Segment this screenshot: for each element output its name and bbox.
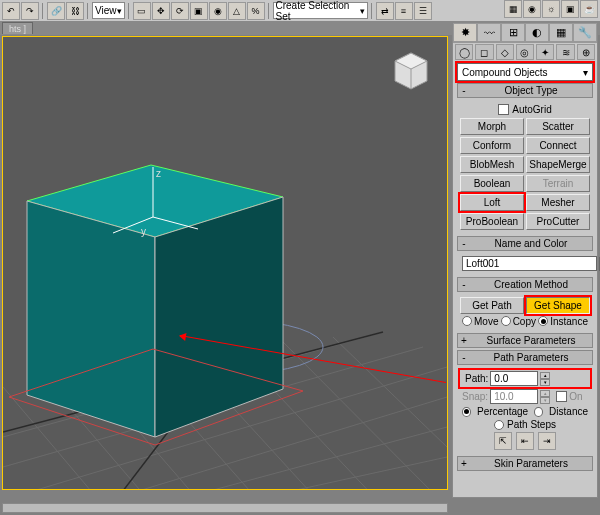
blobmesh-button[interactable]: BlobMesh	[460, 156, 524, 173]
time-slider[interactable]	[2, 503, 448, 513]
create-tab[interactable]: ✸	[453, 23, 477, 42]
mirror-button[interactable]: ⇄	[376, 2, 394, 20]
shapemerge-button[interactable]: ShapeMerge	[526, 156, 590, 173]
path-label: Path:	[465, 373, 488, 384]
create-subtabs: ◯ ◻ ◇ ◎ ✦ ≋ ⊕	[453, 43, 597, 61]
cameras-subtab[interactable]: ◎	[516, 44, 534, 60]
viewport-tab[interactable]: hts ]	[2, 22, 33, 34]
svg-line-12	[113, 427, 447, 489]
skin-params-rollout[interactable]: +Skin Parameters	[457, 456, 593, 471]
distance-radio[interactable]	[534, 407, 543, 417]
object-type-rollout[interactable]: -Object Type	[457, 83, 593, 98]
next-path-button[interactable]: ⇥	[538, 432, 556, 450]
mesher-button[interactable]: Mesher	[526, 194, 590, 211]
boolean-button[interactable]: Boolean	[460, 175, 524, 192]
display-tab[interactable]: ▦	[549, 23, 573, 42]
proboolean-button[interactable]: ProBoolean	[460, 213, 524, 230]
motion-tab[interactable]: ◐	[525, 23, 549, 42]
get-shape-button[interactable]: Get Shape	[526, 297, 590, 314]
perspective-viewport[interactable]: y z	[2, 36, 448, 490]
move-button[interactable]: ✥	[152, 2, 170, 20]
morph-button[interactable]: Morph	[460, 118, 524, 135]
align-button[interactable]: ≡	[395, 2, 413, 20]
shapes-subtab[interactable]: ◻	[475, 44, 493, 60]
procutter-button[interactable]: ProCutter	[526, 213, 590, 230]
svg-text:z: z	[156, 168, 161, 179]
svg-line-13	[173, 457, 447, 489]
chevron-down-icon: ▾	[583, 67, 588, 78]
copy-radio[interactable]	[501, 316, 511, 326]
systems-subtab[interactable]: ⊕	[577, 44, 595, 60]
svg-marker-19	[155, 197, 283, 437]
lights-subtab[interactable]: ◇	[496, 44, 514, 60]
path-params-rollout[interactable]: -Path Parameters	[457, 350, 593, 365]
snap-label: Snap:	[462, 391, 488, 402]
snap-input[interactable]	[490, 389, 538, 404]
select-button[interactable]: ▭	[133, 2, 151, 20]
loft-button[interactable]: Loft	[460, 194, 524, 211]
render-button[interactable]: ☕	[580, 0, 598, 18]
scale-button[interactable]: ▣	[190, 2, 208, 20]
conform-button[interactable]: Conform	[460, 137, 524, 154]
layers-button[interactable]: ☰	[414, 2, 432, 20]
modify-tab[interactable]: 〰	[477, 23, 501, 42]
prev-path-button[interactable]: ⇤	[516, 432, 534, 450]
pick-path-button[interactable]: ⇱	[494, 432, 512, 450]
selection-set-dropdown[interactable]: Create Selection Set ▾	[273, 2, 368, 19]
utilities-tab[interactable]: 🔧	[573, 23, 597, 42]
undo-button[interactable]: ↶	[2, 2, 20, 20]
snap-spinner[interactable]: ▴▾	[540, 390, 550, 404]
schematic-button[interactable]: ▦	[504, 0, 522, 18]
pathsteps-radio[interactable]	[494, 420, 504, 430]
geometry-subtab[interactable]: ◯	[455, 44, 473, 60]
unlink-button[interactable]: ⛓	[66, 2, 84, 20]
angle-snap-button[interactable]: △	[228, 2, 246, 20]
percent-snap-button[interactable]: %	[247, 2, 265, 20]
hierarchy-tab[interactable]: ⊞	[501, 23, 525, 42]
name-color-rollout[interactable]: -Name and Color	[457, 236, 593, 251]
object-name-input[interactable]	[462, 256, 597, 271]
creation-method-rollout[interactable]: -Creation Method	[457, 277, 593, 292]
rotate-button[interactable]: ⟳	[171, 2, 189, 20]
autogrid-checkbox[interactable]	[498, 104, 509, 115]
surface-params-rollout[interactable]: +Surface Parameters	[457, 333, 593, 348]
right-toolbar: ▦ ◉ ☼ ▣ ☕	[504, 0, 598, 18]
path-spinner[interactable]: ▴▾	[540, 372, 550, 386]
percentage-radio[interactable]	[462, 407, 471, 417]
redo-button[interactable]: ↷	[21, 2, 39, 20]
helpers-subtab[interactable]: ✦	[536, 44, 554, 60]
command-tabs: ✸ 〰 ⊞ ◐ ▦ 🔧	[453, 23, 597, 43]
move-radio[interactable]	[462, 316, 472, 326]
spacewarps-subtab[interactable]: ≋	[556, 44, 574, 60]
viewcube[interactable]	[387, 47, 435, 95]
connect-button[interactable]: Connect	[526, 137, 590, 154]
path-input[interactable]	[490, 371, 538, 386]
link-button[interactable]: 🔗	[47, 2, 65, 20]
reference-dropdown[interactable]: View ▾	[92, 2, 125, 19]
render-frame-button[interactable]: ▣	[561, 0, 579, 18]
scatter-button[interactable]: Scatter	[526, 118, 590, 135]
render-setup-button[interactable]: ☼	[542, 0, 560, 18]
snap-on-checkbox[interactable]	[556, 391, 567, 402]
svg-text:y: y	[141, 226, 146, 237]
viewport-content: y z	[3, 37, 447, 489]
svg-line-7	[333, 337, 447, 447]
svg-marker-18	[27, 201, 155, 437]
material-button[interactable]: ◉	[523, 0, 541, 18]
category-dropdown[interactable]: Compound Objects▾	[457, 63, 593, 81]
terrain-button[interactable]: Terrain	[526, 175, 590, 192]
snap-button[interactable]: ◉	[209, 2, 227, 20]
instance-radio[interactable]	[538, 316, 548, 326]
get-path-button[interactable]: Get Path	[460, 297, 524, 314]
autogrid-label: AutoGrid	[512, 104, 551, 115]
command-panel: ✸ 〰 ⊞ ◐ ▦ 🔧 ◯ ◻ ◇ ◎ ✦ ≋ ⊕ Compound Objec…	[452, 22, 598, 498]
